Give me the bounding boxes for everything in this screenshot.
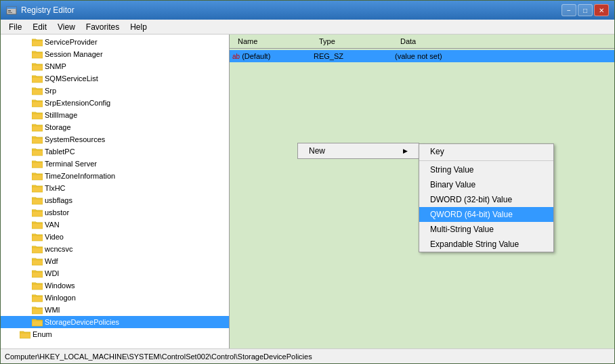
tree-label: SrpExtensionConfig [45,99,110,107]
folder-icon [32,244,43,254]
tree-item-wdi[interactable]: WDI [1,267,229,279]
folder-icon [32,37,43,47]
reg-data-default: (value not set) [395,52,612,60]
tree-expander [22,159,32,168]
tree-item-usbstor[interactable]: usbstor [1,206,229,219]
tree-label: Storage [45,123,71,131]
tree-item-tlxhc[interactable]: TlxHC [1,182,229,194]
svg-rect-1 [7,7,16,9]
tree-item-storage[interactable]: Storage [1,121,229,133]
main-content: ServiceProvider Session Manager SNMP SQM… [1,35,614,348]
tree-item-wmi[interactable]: WMI [1,304,229,316]
folder-icon [32,49,43,59]
menu-view[interactable]: View [52,21,81,33]
submenu-new: Key String Value Binary Value DWORD (32-… [419,143,554,252]
column-headers: Name Type Data [230,35,614,49]
tree-expander [22,269,32,278]
tree-label: Enum [33,330,52,338]
folder-icon [32,196,43,205]
submenu-dword-value[interactable]: DWORD (32-bit) Value [419,192,553,207]
tree-item-srpextensionconfig[interactable]: SrpExtensionConfig [1,97,229,109]
tree-item-winlogon[interactable]: Winlogon [1,292,229,304]
tree-expander [22,135,32,144]
tree-item-serviceprovider[interactable]: ServiceProvider [1,36,229,48]
tree-item-tabletpc[interactable]: TabletPC [1,145,229,158]
tree-label: usbflags [45,196,72,204]
submenu-separator [419,160,553,161]
tree-label: ServiceProvider [45,38,98,46]
folder-icon [32,317,43,327]
tree-expander [22,171,32,181]
tree-label: WDI [45,269,59,277]
tree-label: Video [45,233,64,241]
submenu-key[interactable]: Key [419,144,553,159]
folder-icon [32,147,43,156]
tree-item-stillimage[interactable]: StillImage [1,109,229,121]
folder-icon [32,281,43,290]
tree-label: Wdf [45,257,58,265]
tree-item-session-manager[interactable]: Session Manager [1,48,229,60]
tree-expander [22,74,32,83]
submenu-binary-value[interactable]: Binary Value [419,177,553,192]
context-menu-new[interactable]: New Key String Value Binary Value DWORD … [297,143,419,159]
tree-label: TlxHC [45,184,66,192]
close-button[interactable]: ✕ [594,4,609,16]
submenu-string-value[interactable]: String Value [419,162,553,177]
tree-expander [22,281,32,290]
folder-icon [32,135,43,144]
tree-item-systemresources[interactable]: SystemResources [1,133,229,145]
menu-file[interactable]: File [3,21,27,33]
menu-favorites[interactable]: Favorites [81,21,125,33]
tree-item-wdf[interactable]: Wdf [1,255,229,267]
svg-rect-3 [8,12,12,13]
tree-expander [22,196,32,205]
tree-expander [22,256,32,266]
tree-label: Session Manager [45,50,103,58]
col-type: Type [314,36,395,47]
tree-expander [22,62,32,71]
submenu-multi-string-value[interactable]: Multi-String Value [419,222,553,237]
tree-item-srp[interactable]: Srp [1,85,229,97]
tree-label: StillImage [45,111,77,119]
tree-item-usbflags[interactable]: usbflags [1,194,229,206]
menu-help[interactable]: Help [125,21,152,33]
folder-icon [32,220,43,229]
tree-expander [22,293,32,302]
tree-scroll[interactable]: ServiceProvider Session Manager SNMP SQM… [1,35,229,348]
tree-item-enum[interactable]: Enum [1,328,229,340]
folder-icon [32,183,43,193]
tree-item-storagedevicepolicies[interactable]: StorageDevicePolicies [1,316,229,328]
reg-value-icon: ab [232,53,240,60]
folder-icon [32,256,43,266]
submenu-expandable-string-value[interactable]: Expandable String Value [419,237,553,252]
tree-panel: ServiceProvider Session Manager SNMP SQM… [1,35,230,348]
app-icon [6,5,17,16]
svg-rect-2 [8,10,11,12]
tree-item-van[interactable]: VAN [1,219,229,231]
menu-edit[interactable]: Edit [27,21,52,33]
tree-label: Terminal Server [45,160,97,168]
folder-icon [32,122,43,132]
tree-item-terminal-server[interactable]: Terminal Server [1,158,229,170]
tree-label: Windows [45,281,75,290]
folder-icon [32,74,43,83]
tree-label: SQMServiceList [45,74,98,83]
maximize-button[interactable]: □ [578,4,593,16]
tree-expander [22,317,32,327]
registry-row-default[interactable]: ab (Default) REG_SZ (value not set) [230,50,614,62]
tree-item-sqmservicelist[interactable]: SQMServiceList [1,72,229,85]
folder-icon [32,110,43,120]
tree-item-timezoneinformation[interactable]: TimeZoneInformation [1,170,229,182]
tree-item-wcncsvc[interactable]: wcncsvc [1,243,229,255]
tree-item-video[interactable]: Video [1,231,229,243]
folder-icon [32,232,43,242]
submenu-qword-value[interactable]: QWORD (64-bit) Value [419,207,553,222]
tree-expander [22,244,32,254]
tree-expander [22,37,32,47]
tree-item-windows[interactable]: Windows [1,279,229,292]
tree-label: TabletPC [45,147,75,156]
folder-icon [32,269,43,278]
tree-item-snmp[interactable]: SNMP [1,60,229,72]
minimize-button[interactable]: − [561,4,576,16]
tree-label: usbstor [45,208,69,217]
